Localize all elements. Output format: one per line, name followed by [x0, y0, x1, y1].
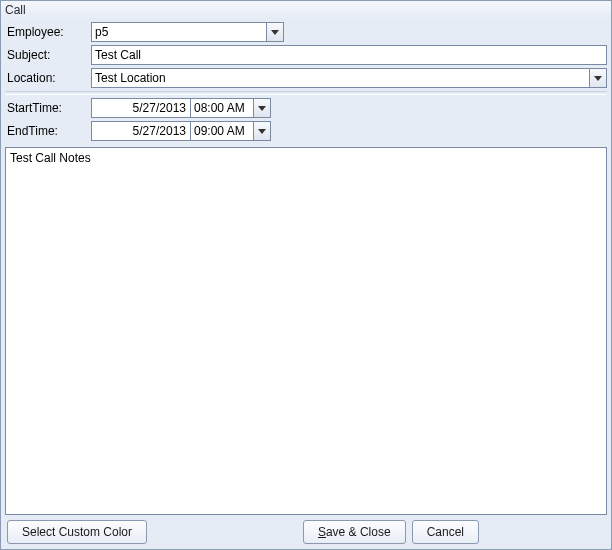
start-time-dropdown-button[interactable]	[253, 98, 271, 118]
endtime-row: EndTime:	[5, 120, 607, 142]
notes-container	[5, 147, 607, 515]
chevron-down-icon	[258, 124, 266, 138]
chevron-down-icon	[594, 71, 602, 85]
end-date-input[interactable]	[91, 121, 191, 141]
cancel-button[interactable]: Cancel	[412, 520, 479, 544]
employee-label: Employee:	[5, 25, 91, 39]
start-date-input[interactable]	[91, 98, 191, 118]
location-input[interactable]	[91, 68, 590, 88]
employee-row: Employee:	[5, 21, 607, 43]
employee-dropdown-button[interactable]	[266, 22, 284, 42]
dialog-footer: Select Custom Color Save & Close Cancel	[1, 515, 611, 549]
employee-combo[interactable]	[91, 22, 284, 42]
separator	[5, 91, 607, 95]
form-area: Employee: Subject: Location:	[1, 19, 611, 143]
start-time-input[interactable]	[190, 98, 254, 118]
save-close-rest: ave & Close	[326, 525, 391, 539]
subject-input[interactable]	[91, 45, 607, 65]
call-dialog: Call Employee: Subject: Location:	[0, 0, 612, 550]
location-row: Location:	[5, 67, 607, 89]
starttime-label: StartTime:	[5, 101, 91, 115]
location-combo[interactable]	[91, 68, 607, 88]
location-label: Location:	[5, 71, 91, 85]
end-time-dropdown-button[interactable]	[253, 121, 271, 141]
chevron-down-icon	[258, 101, 266, 115]
save-and-close-button[interactable]: Save & Close	[303, 520, 406, 544]
end-time-input[interactable]	[190, 121, 254, 141]
chevron-down-icon	[271, 25, 279, 39]
end-time-combo[interactable]	[190, 121, 271, 141]
select-custom-color-button[interactable]: Select Custom Color	[7, 520, 147, 544]
start-time-combo[interactable]	[190, 98, 271, 118]
location-dropdown-button[interactable]	[589, 68, 607, 88]
starttime-row: StartTime:	[5, 97, 607, 119]
notes-textarea[interactable]	[6, 148, 606, 514]
endtime-label: EndTime:	[5, 124, 91, 138]
dialog-title: Call	[1, 1, 611, 19]
employee-input[interactable]	[91, 22, 267, 42]
subject-label: Subject:	[5, 48, 91, 62]
subject-row: Subject:	[5, 44, 607, 66]
